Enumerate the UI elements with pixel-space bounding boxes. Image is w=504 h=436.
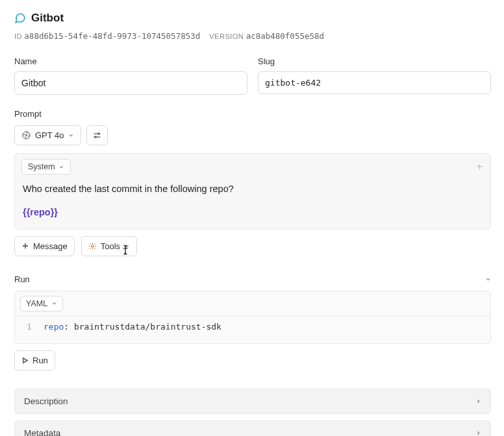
slug-input[interactable]	[258, 71, 491, 94]
chevron-right-icon	[475, 430, 481, 436]
model-label: GPT 4o	[35, 130, 64, 140]
metadata-label: Metadata	[24, 428, 60, 437]
prompt-section-label: Prompt	[14, 109, 491, 119]
code-value: braintrustdata/braintrust-sdk	[74, 322, 221, 332]
run-header: Run	[14, 274, 491, 284]
prompt-section: Prompt GPT 4o System	[14, 109, 491, 256]
prompt-body: System + Who created the last commit in …	[14, 153, 491, 230]
add-message-button[interactable]: Message	[14, 236, 75, 256]
prompt-text-content: Who created the last commit in the follo…	[23, 184, 234, 194]
code-content: repo: braintrustdata/braintrust-sdk	[44, 322, 221, 332]
code-key: repo	[44, 322, 64, 332]
svg-point-3	[92, 245, 94, 247]
chat-icon	[14, 12, 26, 24]
code-sep: :	[64, 322, 74, 332]
tools-label: Tools	[101, 241, 120, 251]
name-label: Name	[14, 56, 247, 66]
prompt-settings-button[interactable]	[86, 125, 108, 145]
chevron-down-icon	[58, 164, 64, 170]
role-label: System	[28, 162, 55, 171]
openai-icon	[21, 130, 31, 140]
plus-icon	[21, 242, 29, 250]
version-label: VERSION	[209, 32, 244, 40]
prompt-textarea[interactable]: Who created the last commit in the follo…	[15, 180, 490, 229]
chevron-down-icon	[124, 243, 130, 249]
language-label: YAML	[26, 299, 47, 308]
version-value: ac8ab480f055e58d	[246, 31, 324, 41]
code-editor[interactable]: 1 repo: braintrustdata/braintrust-sdk	[15, 317, 490, 343]
svg-point-2	[94, 136, 96, 138]
add-message-label: Message	[33, 241, 68, 251]
language-select[interactable]: YAML	[20, 296, 63, 311]
tools-button[interactable]: Tools	[81, 236, 137, 256]
id-value: a88d6b15-54fe-48fd-9973-10745057853d	[24, 31, 200, 41]
chevron-down-icon[interactable]	[485, 276, 491, 282]
id-label: ID	[14, 32, 22, 40]
model-select[interactable]: GPT 4o	[14, 125, 81, 145]
run-code-box: YAML 1 repo: braintrustdata/braintrust-s…	[14, 291, 491, 344]
description-accordion[interactable]: Description	[14, 389, 491, 414]
description-label: Description	[24, 396, 68, 406]
run-button-label: Run	[32, 356, 48, 365]
svg-point-1	[97, 133, 99, 135]
meta-row: ID a88d6b15-54fe-48fd-9973-10745057853d …	[14, 31, 491, 41]
line-number: 1	[15, 322, 44, 332]
gear-icon	[88, 242, 97, 250]
slug-label: Slug	[258, 56, 491, 66]
role-select[interactable]: System	[21, 159, 71, 175]
name-slug-row: Name Slug	[14, 56, 491, 95]
play-icon	[21, 357, 29, 364]
sliders-icon	[92, 130, 102, 140]
chevron-down-icon	[51, 300, 57, 306]
add-block-button[interactable]: +	[477, 161, 484, 173]
run-section-label: Run	[14, 274, 30, 284]
metadata-accordion[interactable]: Metadata	[14, 420, 491, 437]
run-button[interactable]: Run	[14, 350, 55, 370]
chevron-right-icon	[475, 398, 481, 404]
page-title: Gitbot	[31, 12, 64, 25]
name-input[interactable]	[14, 71, 247, 95]
prompt-template-var: {{repo}}	[23, 206, 483, 220]
chevron-down-icon	[68, 132, 74, 138]
page-header: Gitbot	[14, 12, 491, 25]
